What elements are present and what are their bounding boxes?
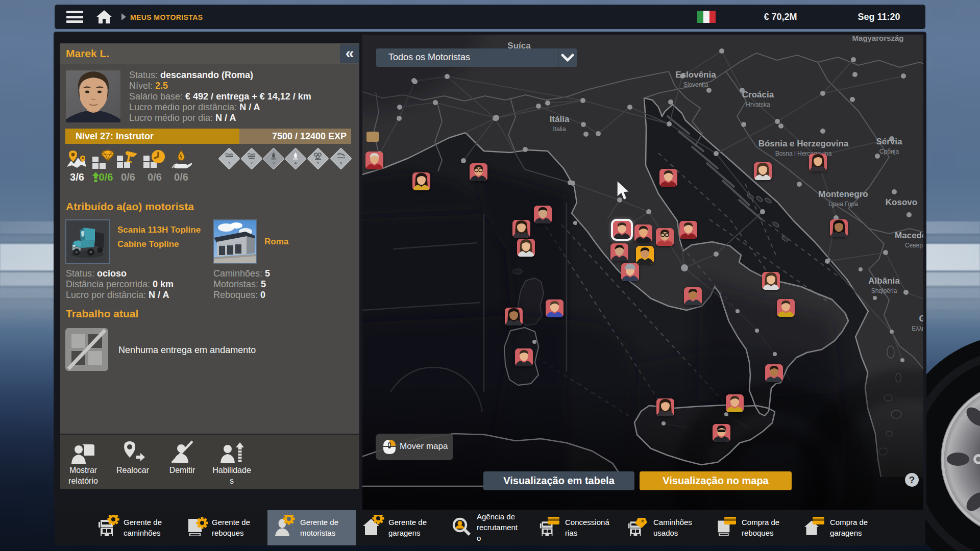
svg-text:Hrvatska: Hrvatska [746,101,770,108]
svg-text:Kosovo: Kosovo [886,197,917,207]
svg-text:5: 5 [317,161,319,165]
svg-text:Montenegro: Montenegro [818,189,868,199]
svg-text:G: G [919,314,923,323]
svg-text:2: 2 [251,161,253,165]
svg-text:Albânia: Albânia [868,276,900,286]
svg-text:Macedônia: Macedônia [895,231,923,240]
svg-text:Северна: Северна [905,242,923,249]
svg-text:Ελληνικ: Ελληνικ [912,325,923,332]
svg-text:3: 3 [273,161,275,165]
svg-text:Sérvia: Sérvia [876,137,902,146]
svg-text:6: 6 [340,161,342,165]
svg-text:Magyarország: Magyarország [852,35,904,42]
svg-text:Bósnia e Herzegovina: Bósnia e Herzegovina [758,139,849,148]
svg-text:Slovenija: Slovenija [683,81,708,88]
svg-text:Црна Гора: Црна Гора [828,201,858,208]
svg-text:1: 1 [228,161,230,165]
svg-text:Србија: Србија [879,148,899,155]
svg-text:4: 4 [295,161,297,165]
svg-text:Itália: Itália [550,114,570,124]
svg-text:Croácia: Croácia [742,90,774,99]
svg-text:Italia: Italia [553,126,566,133]
svg-text:Shqipëria: Shqipëria [871,287,897,294]
svg-text:Eslovênia: Eslovênia [675,70,716,80]
